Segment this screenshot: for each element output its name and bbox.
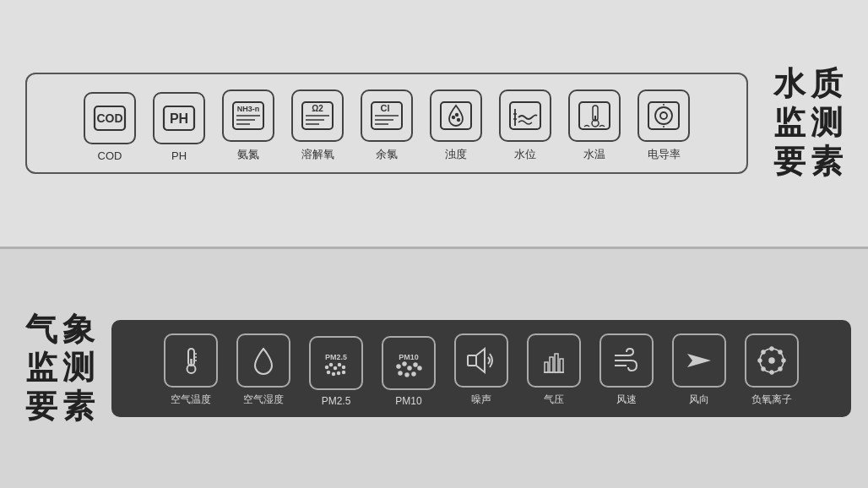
air-icon-pressure: 气压 [519, 333, 589, 407]
svg-rect-65 [550, 357, 553, 372]
water-icons-row: COD COD PH PH [78, 89, 696, 162]
water-quality-section: COD COD PH PH [0, 0, 868, 249]
svg-point-60 [405, 373, 409, 377]
water-icon-box-turbidity [430, 89, 482, 142]
air-title-char-2: 象 [62, 311, 95, 350]
svg-text:PH: PH [170, 111, 188, 126]
water-title-char-1: 水 [773, 65, 806, 104]
svg-point-45 [330, 363, 333, 366]
water-icons-container: COD COD PH PH [25, 73, 748, 174]
water-label-water-level: 水位 [514, 147, 536, 162]
svg-point-78 [769, 358, 774, 363]
svg-point-74 [762, 350, 765, 354]
water-icon-box-residual-chlorine: Cl [361, 89, 413, 142]
air-icon-box-temp [164, 333, 218, 388]
air-icon-wind-speed: 风速 [592, 333, 661, 407]
water-title-char-4: 测 [811, 104, 843, 143]
svg-point-32 [655, 107, 672, 124]
water-icon-box-ph: PH [153, 92, 205, 144]
water-icon-box-dissolved-oxygen: Ω2 [291, 89, 344, 142]
svg-point-58 [418, 366, 421, 370]
svg-text:COD: COD [96, 111, 122, 125]
air-title-char-5: 要 [25, 388, 57, 426]
water-icon-conductivity: 电导率 [632, 89, 696, 162]
water-label-cod: COD [98, 149, 122, 162]
svg-rect-64 [545, 362, 548, 372]
svg-point-76 [762, 367, 765, 371]
svg-rect-66 [555, 354, 558, 372]
air-label-negative-ion: 负氧离子 [751, 393, 792, 407]
water-icon-turbidity: 浊度 [424, 89, 488, 162]
svg-point-50 [333, 372, 335, 375]
svg-point-72 [758, 359, 762, 362]
svg-rect-67 [560, 359, 563, 372]
water-section-title: 水 质 监 测 要 素 [773, 65, 843, 181]
air-label-temp: 空气温度 [171, 393, 211, 407]
svg-point-51 [338, 371, 340, 374]
air-section-title: 气 象 监 测 要 素 [25, 311, 95, 426]
svg-point-59 [399, 371, 402, 375]
air-icon-box-wind-speed [599, 333, 654, 388]
svg-point-70 [770, 347, 773, 350]
svg-point-20 [453, 117, 454, 118]
water-title-char-2: 质 [811, 65, 843, 104]
air-icon-box-negative-ion [745, 333, 799, 388]
water-label-water-temp: 水温 [583, 147, 605, 162]
svg-point-57 [414, 363, 417, 366]
water-label-turbidity: 浊度 [445, 147, 467, 162]
air-label-wind-dir: 风向 [689, 393, 709, 407]
air-icons-row: 空气温度 空气湿度 PM2.5 [156, 333, 806, 407]
water-icon-ph: PH PH [147, 92, 211, 162]
air-label-pm10: PM10 [395, 395, 421, 407]
svg-point-55 [403, 362, 406, 366]
svg-text:PM2.5: PM2.5 [325, 353, 347, 361]
air-label-wind-speed: 风速 [616, 393, 637, 407]
air-icon-box-pm10: PM10 [382, 336, 436, 390]
air-quality-section: 气 象 监 测 要 素 [0, 249, 868, 489]
svg-text:Ω2: Ω2 [312, 104, 323, 113]
svg-point-44 [326, 366, 328, 368]
svg-point-54 [397, 365, 400, 368]
svg-point-48 [343, 366, 345, 368]
air-icon-pm25: PM2.5 PM2.5 [301, 336, 371, 407]
air-icon-noise: 噪声 [447, 333, 516, 407]
air-label-pressure: 气压 [544, 393, 564, 407]
svg-point-21 [456, 114, 458, 116]
svg-point-61 [412, 372, 415, 376]
svg-rect-31 [648, 102, 679, 129]
svg-point-71 [770, 371, 773, 374]
water-icon-box-conductivity [637, 89, 690, 142]
svg-point-22 [458, 119, 459, 121]
water-icon-cod: COD COD [78, 92, 142, 162]
water-icon-box-ammonia: NH3-n [222, 89, 274, 142]
air-icon-humidity: 空气湿度 [229, 333, 298, 407]
svg-point-49 [328, 371, 330, 373]
water-icon-residual-chlorine: Cl 余氯 [355, 89, 419, 162]
water-icon-water-level: 水位 [493, 89, 557, 162]
air-icon-box-noise [454, 333, 508, 388]
svg-point-77 [778, 367, 782, 371]
air-icon-temp: 空气温度 [156, 333, 225, 407]
water-label-dissolved-oxygen: 溶解氧 [301, 147, 334, 162]
air-icon-box-wind-dir [672, 333, 726, 388]
air-icon-pm10: PM10 PM10 [374, 336, 443, 407]
water-icon-box-water-temp [568, 89, 621, 142]
svg-text:Cl: Cl [381, 103, 390, 113]
water-icon-water-temp: 水温 [562, 89, 627, 162]
svg-point-75 [778, 350, 782, 354]
svg-point-56 [408, 366, 411, 370]
air-icons-container: 空气温度 空气湿度 PM2.5 [111, 320, 851, 417]
svg-point-47 [339, 363, 341, 366]
air-title-char-4: 测 [62, 349, 95, 388]
air-title-char-3: 监 [25, 349, 57, 388]
water-label-ph: PH [171, 149, 187, 162]
water-label-conductivity: 电导率 [648, 147, 681, 162]
svg-point-73 [782, 359, 785, 362]
water-label-residual-chlorine: 余氯 [376, 147, 398, 162]
svg-text:PM10: PM10 [399, 353, 419, 361]
svg-marker-68 [687, 354, 711, 367]
water-icon-box-water-level [499, 89, 551, 142]
svg-rect-62 [468, 355, 476, 366]
air-label-pm25: PM2.5 [322, 395, 351, 407]
air-icon-negative-ion: 负氧离子 [737, 333, 806, 407]
